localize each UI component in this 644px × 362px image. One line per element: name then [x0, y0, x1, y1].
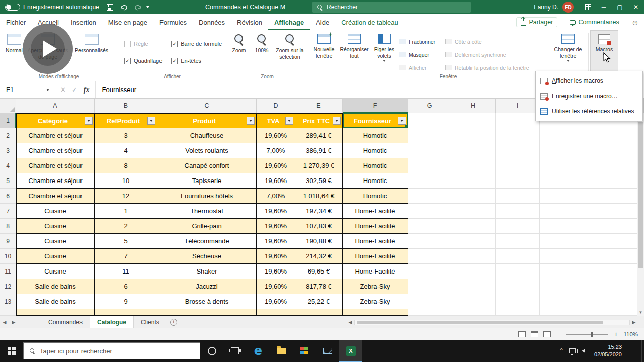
tab-affichage[interactable]: Affichage — [268, 14, 310, 30]
select-all-corner[interactable] — [0, 99, 16, 113]
empty-cell[interactable] — [496, 128, 540, 143]
checkbox-r-gle[interactable]: Règle — [124, 38, 163, 49]
column-header-E[interactable]: E — [295, 99, 343, 113]
cell[interactable]: 214,32 € — [295, 249, 343, 264]
task-view-button[interactable] — [223, 340, 247, 362]
scroll-left-icon[interactable]: ◀ — [346, 320, 354, 325]
cell[interactable]: 7,00% — [257, 143, 295, 158]
empty-cell[interactable] — [408, 189, 451, 204]
checkbox-en-t-tes[interactable]: ✓En-têtes — [171, 55, 223, 66]
show-desktop-button[interactable] — [641, 340, 644, 362]
row-header-2[interactable]: 2 — [0, 128, 16, 143]
zoom-to-selection-button[interactable]: Zoom sur la sélection — [273, 30, 307, 72]
row-header-12[interactable]: 12 — [0, 279, 16, 294]
filter-button[interactable] — [85, 117, 93, 125]
horizontal-scroll-track[interactable] — [354, 320, 630, 325]
new-window-button[interactable]: Nouvelle fenêtre — [309, 30, 339, 72]
cell[interactable]: Zebra-Sky — [343, 279, 408, 294]
column-header-G[interactable]: G — [408, 99, 451, 113]
formula-bar-content[interactable]: Fournisseur — [96, 81, 136, 98]
empty-cell[interactable] — [408, 309, 451, 316]
empty-cell[interactable] — [496, 143, 540, 158]
empty-cell[interactable] — [584, 294, 644, 309]
cell[interactable]: Canapé confort — [157, 158, 257, 173]
cell[interactable]: Volets roulants — [157, 143, 257, 158]
empty-cell[interactable] — [584, 279, 644, 294]
empty-cell[interactable] — [496, 113, 540, 128]
cell[interactable]: 4 — [95, 143, 157, 158]
close-button[interactable]: ✕ — [628, 0, 644, 14]
cell[interactable]: 19,60% — [257, 173, 295, 189]
cell[interactable]: Salle de bains — [16, 279, 95, 294]
empty-cell[interactable] — [540, 309, 584, 316]
empty-cell[interactable] — [540, 143, 584, 158]
empty-cell[interactable] — [451, 219, 496, 234]
store-button[interactable] — [293, 340, 316, 362]
filter-button[interactable] — [147, 117, 155, 125]
autosave-toggle[interactable] — [5, 4, 20, 11]
empty-cell[interactable] — [584, 173, 644, 189]
cell[interactable] — [257, 309, 295, 316]
tab-aide[interactable]: Aide — [310, 14, 335, 30]
tab-r-vision[interactable]: Révision — [231, 14, 268, 30]
scroll-right-icon[interactable]: ▶ — [630, 320, 638, 325]
scroll-down-icon[interactable]: ▼ — [637, 309, 644, 316]
cell[interactable]: Cuisine — [16, 264, 95, 279]
empty-cell[interactable] — [540, 189, 584, 204]
window-button-r-tablir-la-position-de-la-fen-tre[interactable]: Rétablir la position de la fenêtre — [445, 62, 549, 73]
empty-cell[interactable] — [496, 309, 540, 316]
empty-cell[interactable] — [540, 219, 584, 234]
row-header-13[interactable]: 13 — [0, 294, 16, 309]
empty-cell[interactable] — [496, 279, 540, 294]
menu-item-afficher-les-macros[interactable]: Afficher les macros — [536, 73, 642, 88]
cell[interactable]: 19,60% — [257, 158, 295, 173]
normal-view-status-icon[interactable] — [518, 331, 526, 337]
comments-button[interactable]: Commentaires — [566, 18, 623, 27]
excel-taskbar-button[interactable]: X — [339, 340, 362, 362]
sheet-tab-clients[interactable]: Clients — [134, 316, 167, 328]
cell[interactable]: 12 — [95, 189, 157, 204]
empty-cell[interactable] — [496, 158, 540, 173]
table-header-produit[interactable]: Produit — [157, 113, 257, 128]
window-button-d-filement-synchrone[interactable]: Défilement synchrone — [445, 49, 549, 60]
empty-cell[interactable] — [451, 264, 496, 279]
empty-cell[interactable] — [584, 219, 644, 234]
checkbox-barre-de-formule[interactable]: ✓Barre de formule — [171, 38, 223, 49]
sheet-tab-commandes[interactable]: Commandes — [41, 316, 90, 328]
cell[interactable]: 1 270,39 € — [295, 158, 343, 173]
empty-cell[interactable] — [584, 234, 644, 249]
page-layout-view-icon[interactable] — [531, 331, 538, 337]
row-header-6[interactable]: 6 — [0, 189, 16, 204]
name-box-dropdown-icon[interactable] — [46, 89, 49, 91]
ribbon-display-options-button[interactable] — [581, 0, 596, 14]
empty-cell[interactable] — [540, 234, 584, 249]
empty-cell[interactable] — [496, 219, 540, 234]
sheet-nav-right-icon[interactable]: ▶ — [9, 316, 18, 328]
cell[interactable]: Home-Facilité — [343, 249, 408, 264]
row-header-8[interactable]: 8 — [0, 219, 16, 234]
cell[interactable]: Grille-pain — [157, 219, 257, 234]
cell[interactable]: 25,22 € — [295, 294, 343, 309]
column-header-B[interactable]: B — [95, 99, 157, 113]
cell[interactable]: 7 — [95, 249, 157, 264]
cell[interactable]: Cuisine — [16, 219, 95, 234]
column-header-A[interactable]: A — [16, 99, 95, 113]
empty-cell[interactable] — [540, 264, 584, 279]
empty-cell[interactable] — [451, 173, 496, 189]
cell[interactable]: 1 — [95, 204, 157, 219]
cell[interactable]: Homotic — [343, 189, 408, 204]
empty-cell[interactable] — [408, 143, 451, 158]
empty-cell[interactable] — [408, 294, 451, 309]
empty-cell[interactable] — [408, 219, 451, 234]
cell[interactable]: Homotic — [343, 173, 408, 189]
switch-windows-button[interactable]: Changer de fenêtre — [549, 30, 587, 72]
empty-cell[interactable] — [496, 249, 540, 264]
tab-mise-en-page[interactable]: Mise en page — [102, 14, 153, 30]
empty-cell[interactable] — [451, 249, 496, 264]
cell[interactable]: Télécommande — [157, 234, 257, 249]
row-header-1[interactable]: 1 — [0, 113, 16, 128]
cortana-button[interactable] — [200, 340, 223, 362]
taskbar-clock[interactable]: 15:23 02/05/2020 — [589, 343, 627, 358]
cell[interactable]: 19,60% — [257, 249, 295, 264]
cell[interactable]: Homotic — [343, 128, 408, 143]
